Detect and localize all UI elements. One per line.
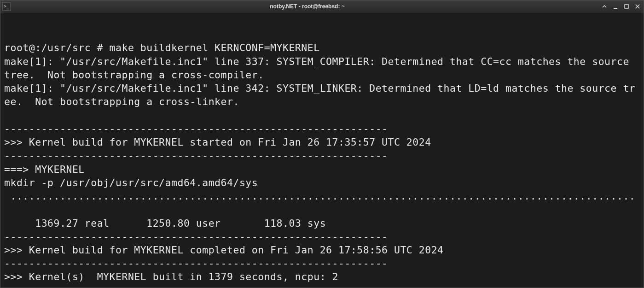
terminal-line: [4, 109, 640, 122]
svg-rect-1: [625, 5, 628, 8]
terminal-line: ........................................…: [4, 189, 640, 203]
terminal-line: ----------------------------------------…: [4, 122, 640, 135]
terminal-line: ===> MYKERNEL: [4, 163, 640, 176]
rollup-button[interactable]: [600, 2, 609, 11]
terminal-line: make[1]: "/usr/src/Makefile.inc1" line 3…: [4, 82, 640, 108]
terminal-line: >>> Kernel(s) MYKERNEL built in 1379 sec…: [4, 270, 640, 283]
terminal-window: >_ notby.NET - root@freebsd: ~ root@:/us…: [0, 0, 644, 288]
terminal-line: >>> Kernel build for MYKERNEL completed …: [4, 243, 640, 257]
terminal-content[interactable]: root@:/usr/src # make buildkernel KERNCO…: [0, 12, 644, 288]
terminal-line: >>> Kernel build for MYKERNEL started on…: [4, 135, 640, 149]
close-button[interactable]: [633, 2, 642, 11]
terminal-app-icon: >_: [2, 2, 11, 11]
terminal-line: ----------------------------------------…: [4, 284, 640, 288]
maximize-button[interactable]: [622, 2, 631, 11]
terminal-line: 1369.27 real 1250.80 user 118.03 sys: [4, 217, 640, 230]
terminal-line: make[1]: "/usr/src/Makefile.inc1" line 3…: [4, 55, 640, 82]
terminal-line: ----------------------------------------…: [4, 149, 640, 162]
titlebar[interactable]: >_ notby.NET - root@freebsd: ~: [0, 0, 644, 12]
svg-rect-0: [614, 8, 617, 9]
terminal-line: [4, 203, 640, 216]
terminal-line: root@:/usr/src # make buildkernel KERNCO…: [4, 41, 640, 54]
window-title: notby.NET - root@freebsd: ~: [14, 3, 600, 10]
terminal-line: ----------------------------------------…: [4, 230, 640, 243]
terminal-line: mkdir -p /usr/obj/usr/src/amd64.amd64/sy…: [4, 176, 640, 189]
window-controls: [600, 2, 642, 11]
minimize-button[interactable]: [611, 2, 620, 11]
terminal-line: ----------------------------------------…: [4, 257, 640, 270]
